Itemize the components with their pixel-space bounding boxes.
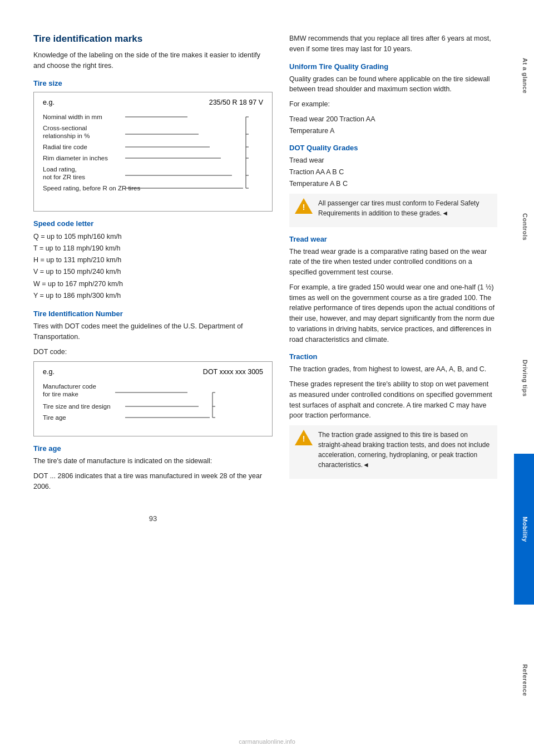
dot-temperature: Temperature A B C: [289, 179, 497, 189]
traction-desc1: The traction grades, from highest to low…: [289, 364, 497, 375]
sidebar-tab-reference[interactable]: Reference: [514, 605, 534, 756]
tread-wear-heading: Tread wear: [289, 235, 497, 243]
svg-text:for tire make: for tire make: [43, 391, 78, 397]
tire-age-desc2: DOT ... 2806 indicates that a tire was m…: [33, 471, 273, 492]
dot-diagram: e.g. DOT xxxx xxx 3005 Manufacturer code…: [33, 361, 273, 436]
sidebar-tab-mobility[interactable]: Mobility: [514, 454, 534, 605]
main-title: Tire identification marks: [33, 33, 273, 45]
dot-traction: Traction AA A B C: [289, 167, 497, 178]
speed-code-q: Q = up to 105 mph/160 km/h: [33, 231, 273, 243]
sidebar: At a glance Controls Driving tips Mobili…: [514, 0, 534, 756]
uniform-quality-heading: Uniform Tire Quality Grading: [289, 62, 497, 71]
svg-text:Load rating,: Load rating,: [43, 166, 77, 173]
dot-eg-value: DOT xxxx xxx 3005: [203, 368, 263, 376]
traction-desc2: These grades represent the tire's abilit…: [289, 379, 497, 421]
tire-eg-value: 235/50 R 18 97 V: [209, 99, 263, 106]
speed-code-t: T = up to 118 mph/190 km/h: [33, 243, 273, 254]
warning-exclaim: !: [303, 203, 305, 212]
bmw-recommendation: BMW recommends that you replace all tire…: [289, 33, 497, 55]
svg-text:Rim diameter in inches: Rim diameter in inches: [43, 155, 108, 161]
svg-text:Radial tire code: Radial tire code: [43, 144, 87, 150]
dot-warning-box: ! All passenger car tires must conform t…: [289, 194, 497, 227]
tire-id-heading: Tire Identification Number: [33, 310, 273, 318]
tire-size-diagram: e.g. 235/50 R 18 97 V Nominal width in m…: [33, 92, 273, 212]
tire-id-desc1: Tires with DOT codes meet the guidelines…: [33, 321, 273, 342]
traction-warning-exclaim: !: [303, 434, 305, 443]
sidebar-tab-controls[interactable]: Controls: [514, 151, 534, 303]
dot-eg-label: e.g.: [43, 368, 55, 376]
svg-text:relationship in %: relationship in %: [43, 132, 90, 139]
sidebar-tab-driving-tips[interactable]: Driving tips: [514, 302, 534, 454]
sidebar-tab-mobility-label: Mobility: [522, 517, 528, 542]
uniform-for-example: For example:: [289, 99, 497, 110]
uniform-tread-wear: Tread wear 200 Traction AA: [289, 114, 497, 125]
svg-text:Manufacturer code: Manufacturer code: [43, 383, 96, 390]
dot-diagram-svg: Manufacturer code for tire make Tire siz…: [43, 380, 243, 430]
tire-size-svg: Nominal width in mm Cross-sectional rela…: [43, 110, 254, 205]
traction-warning-icon: !: [295, 430, 313, 448]
uniform-quality-desc: Quality grades can be found where applic…: [289, 74, 497, 95]
sidebar-tab-at-a-glance-label: At a glance: [522, 58, 528, 94]
right-column: BMW recommends that you replace all tire…: [289, 33, 497, 723]
tire-age-desc1: The tire's date of manufacture is indica…: [33, 456, 273, 467]
sidebar-tab-reference-label: Reference: [522, 664, 528, 696]
svg-text:Nominal width in mm: Nominal width in mm: [43, 114, 102, 120]
speed-code-heading: Speed code letter: [33, 219, 273, 228]
dot-code-label: DOT code:: [33, 347, 273, 357]
speed-code-w: W = up to 167 mph/270 km/h: [33, 278, 273, 290]
sidebar-tab-controls-label: Controls: [522, 213, 528, 240]
dot-tread-wear: Tread wear: [289, 155, 497, 166]
tire-size-heading: Tire size: [33, 79, 273, 87]
warning-icon: !: [295, 198, 313, 216]
dot-quality-heading: DOT Quality Grades: [289, 144, 497, 152]
sidebar-tab-at-a-glance[interactable]: At a glance: [514, 0, 534, 151]
watermark: carmanualonline.info: [239, 738, 295, 745]
page-number: 93: [149, 514, 157, 523]
svg-text:Tire age: Tire age: [43, 414, 66, 421]
tread-wear-desc2: For example, a tire graded 150 would wea…: [289, 282, 497, 345]
tread-wear-desc1: The tread wear grade is a comparative ra…: [289, 247, 497, 278]
dot-warning-text: All passenger car tires must conform to …: [318, 198, 492, 218]
speed-code-y: Y = up to 186 mph/300 km/h: [33, 290, 273, 302]
traction-warning-text: The traction grade assigned to this tire…: [318, 430, 492, 470]
sidebar-tab-driving-tips-label: Driving tips: [522, 360, 528, 397]
speed-code-v: V = up to 150 mph/240 km/h: [33, 266, 273, 278]
traction-heading: Traction: [289, 352, 497, 361]
tire-age-heading: Tire age: [33, 444, 273, 453]
svg-text:not for ZR tires: not for ZR tires: [43, 174, 85, 180]
svg-text:Tire size and tire design: Tire size and tire design: [43, 403, 111, 410]
speed-code-h: H = up to 131 mph/210 km/h: [33, 254, 273, 266]
intro-text: Knowledge of the labeling on the side of…: [33, 50, 273, 71]
speed-code-list: Q = up to 105 mph/160 km/h T = up to 118…: [33, 231, 273, 302]
left-column: Tire identification marks Knowledge of t…: [33, 33, 273, 723]
svg-text:Cross-sectional: Cross-sectional: [43, 125, 87, 131]
traction-warning-box: ! The traction grade assigned to this ti…: [289, 425, 497, 479]
tire-eg-label: e.g.: [43, 99, 55, 106]
uniform-temperature: Temperature A: [289, 126, 497, 136]
